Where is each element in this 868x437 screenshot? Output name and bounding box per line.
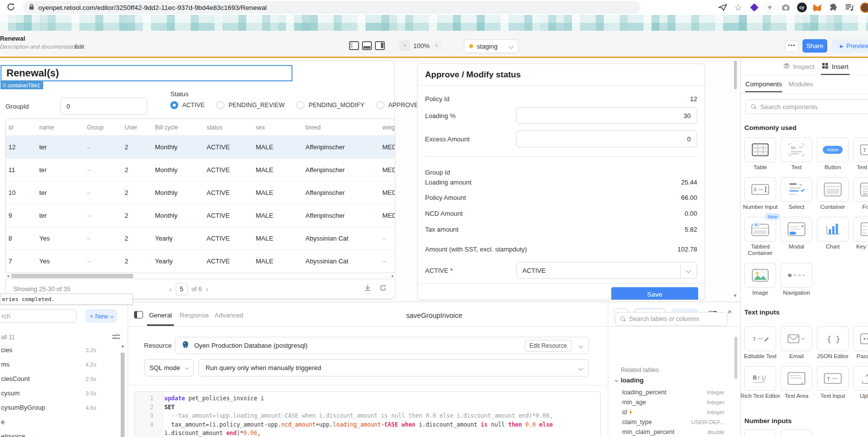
component-json-editor[interactable]: { }JSON Editor	[817, 326, 849, 360]
environment-select[interactable]: staging	[464, 39, 518, 53]
query-list-item[interactable]: cysumByGroup4.6s	[0, 400, 120, 415]
scroll-left-icon[interactable]: ◂	[7, 274, 9, 278]
schema-field-row[interactable]: id Integer	[608, 407, 727, 417]
lightning-extension-icon[interactable]	[765, 2, 775, 13]
component-navigation[interactable]: Navigation	[781, 263, 812, 296]
column-header-bill-cycle[interactable]: Bill cycle	[155, 124, 207, 131]
column-header-user[interactable]: User	[125, 124, 155, 131]
query-list-scrollbar[interactable]: ▲	[120, 343, 125, 437]
component-container[interactable]: Container	[817, 177, 849, 210]
zoom-out-button[interactable]: -	[399, 40, 410, 51]
component-select[interactable]: Select	[781, 177, 812, 210]
table-row[interactable]: 9ter–2MonthlyACTIVEMALEAffenpinscherMEDI…	[6, 204, 395, 227]
status-radio-active[interactable]: ACTIVE	[170, 101, 205, 109]
schema-search-input[interactable]: Search tables or columns	[615, 312, 727, 326]
query-list-item[interactable]: cysum3.5s	[0, 386, 120, 400]
new-query-button[interactable]: + New	[85, 309, 117, 323]
query-search-input[interactable]: rch	[0, 309, 76, 323]
edit-description-link[interactable]: Edit	[74, 44, 84, 50]
bookmark-star-icon[interactable]: ☆	[733, 2, 743, 13]
edit-resource-button[interactable]: Edit Resource	[525, 340, 572, 352]
save-button[interactable]: Save	[611, 287, 698, 300]
component-email[interactable]: Email	[781, 326, 812, 360]
component-key-value[interactable]: Key Value	[853, 217, 868, 256]
send-icon[interactable]	[717, 2, 727, 13]
query-list-item[interactable]: ms4.2s	[0, 357, 120, 372]
schema-field-row[interactable]: min_ageInteger	[608, 397, 727, 407]
column-header-id[interactable]: id	[8, 124, 39, 131]
address-bar[interactable]: oyenpet.retool.com/editor/3250ff42-9dd2-…	[23, 1, 641, 14]
schema-field-row[interactable]: claim_typeUSER-DEF...	[608, 417, 727, 427]
component-tile-partial[interactable]	[744, 430, 776, 437]
more-options-button[interactable]: •••	[785, 40, 798, 52]
component-tabbed-container[interactable]: ANewTabbed Container	[744, 217, 776, 256]
table-horizontal-scrollbar[interactable]: ◂ ▸	[5, 272, 395, 279]
zoom-in-button[interactable]: +	[431, 40, 442, 51]
toggle-left-panel-icon[interactable]	[349, 41, 359, 50]
field-input[interactable]: 30	[516, 107, 697, 124]
table-row[interactable]: 10ter–2MonthlyACTIVEMALEAffenpinscherMED…	[6, 182, 395, 204]
schema-table-row[interactable]: loading	[615, 376, 644, 384]
scroll-down-icon[interactable]: ▼	[733, 293, 737, 298]
prev-page-icon[interactable]: ‹	[169, 285, 172, 293]
query-list-item[interactable]: eInvoice	[0, 429, 120, 437]
toggle-bottom-panel-icon[interactable]	[362, 41, 372, 50]
canvas-vertical-scrollbar[interactable]: ▼	[733, 58, 737, 302]
preview-button[interactable]: ▶ Preview	[831, 39, 868, 53]
status-radio-approved[interactable]: APPROVED	[376, 101, 423, 109]
table-row[interactable]: 12ter–2MonthlyACTIVEMALEAffenpinscherMED…	[6, 136, 395, 159]
zoom-level[interactable]: 100%	[413, 42, 430, 50]
column-header-status[interactable]: status	[207, 124, 256, 131]
resource-select[interactable]: Oyen Production Database (postgresql) Ed…	[175, 337, 589, 354]
component-chart[interactable]: Chart	[817, 217, 849, 256]
schema-field-row[interactable]: min_claim_percentdouble	[608, 427, 727, 437]
component-text-input[interactable]: TText Input	[817, 366, 849, 399]
component-tile-partial[interactable]	[781, 430, 812, 437]
metamask-fox-icon[interactable]	[812, 2, 823, 13]
scrollbar-thumb[interactable]	[734, 61, 737, 89]
column-header-name[interactable]: name	[39, 124, 87, 131]
schema-field-row[interactable]: loading_percentInteger	[608, 387, 727, 397]
camera-extension-icon[interactable]	[781, 2, 791, 13]
component-editable-text[interactable]: TEditable Text	[744, 326, 776, 360]
column-header-breed[interactable]: breed	[305, 124, 382, 131]
component-text[interactable]: M↓Text	[781, 137, 812, 171]
tab-inspect[interactable]: Inspect	[783, 62, 815, 70]
component-rich-text-editor[interactable]: BIURich Text Editor	[744, 366, 776, 399]
component-text-input[interactable]: TText Input	[853, 137, 868, 171]
component-number-input[interactable]: #Number Input	[744, 177, 776, 210]
status-radio-pending_modify[interactable]: PENDING_MODIFY	[296, 101, 364, 109]
component-search-input[interactable]: Search components	[745, 99, 868, 114]
component-id-tag[interactable]: ⠿ containerTitle1	[0, 81, 43, 89]
groupid-input[interactable]: 0	[60, 98, 147, 115]
component-table[interactable]: Table	[744, 137, 776, 171]
component-text-area[interactable]: Text Area	[781, 366, 812, 399]
download-icon[interactable]	[364, 284, 371, 294]
share-button[interactable]: Share	[802, 39, 827, 53]
refresh-icon[interactable]	[379, 284, 387, 294]
column-header-group[interactable]: Group	[87, 124, 125, 131]
purple-extension-icon[interactable]	[749, 2, 759, 13]
tab-insert[interactable]: Insert	[822, 62, 849, 70]
toggle-right-panel-icon[interactable]	[375, 41, 385, 50]
sql-mode-select[interactable]: SQL mode	[144, 359, 194, 376]
cypress-extension-icon[interactable]: cy	[796, 2, 807, 13]
table-row[interactable]: 7Yes–2YearlyACTIVEMALEAbyssinian Cat–	[6, 250, 395, 273]
field-input[interactable]: 0	[516, 130, 697, 147]
table-row[interactable]: 8Yes–2YearlyACTIVEMALEAbyssinian Cat–	[6, 227, 395, 250]
component-upload[interactable]: Upload	[853, 366, 868, 399]
field-select[interactable]: ACTIVE	[516, 262, 697, 279]
profile-avatar[interactable]	[860, 2, 868, 13]
column-header-weight[interactable]: weight	[382, 124, 395, 131]
selected-title-component[interactable]: Renewal(s)	[0, 65, 292, 81]
status-radio-pending_review[interactable]: PENDING_REVIEW	[217, 101, 285, 109]
tab-components[interactable]: Components	[745, 80, 782, 88]
component-modal[interactable]: Modal	[781, 217, 812, 256]
sql-code-editor[interactable]: 1update pet_policies_invoice i2SET3 --ta…	[134, 391, 601, 437]
query-list-item[interactable]: ciesCount2.9s	[0, 372, 120, 386]
playlist-extension-icon[interactable]	[844, 2, 855, 13]
scrollbar-thumb[interactable]	[121, 353, 125, 437]
query-filter-label[interactable]: all 11	[1, 334, 15, 341]
next-page-icon[interactable]: ›	[206, 285, 209, 293]
run-trigger-select[interactable]: Run query only when manually triggered	[199, 359, 589, 376]
